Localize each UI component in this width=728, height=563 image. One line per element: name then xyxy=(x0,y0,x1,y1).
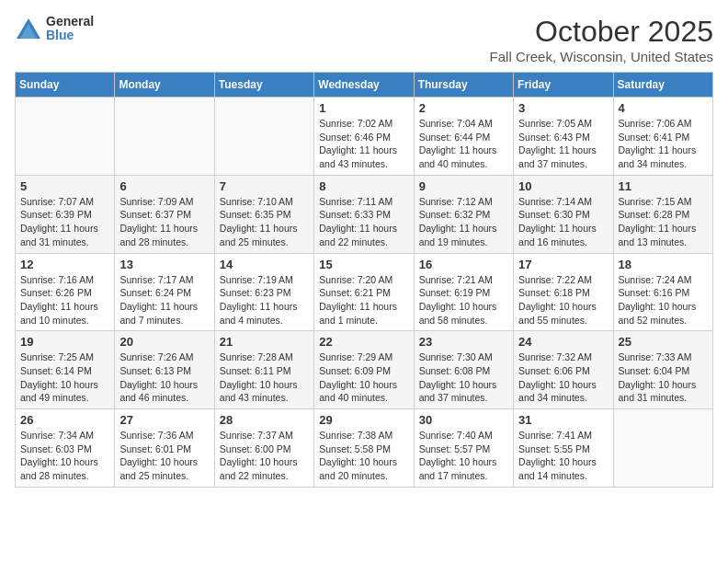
days-header: Sunday Monday Tuesday Wednesday Thursday… xyxy=(16,73,713,98)
day-number: 4 xyxy=(619,101,708,115)
day-info: Sunrise: 7:04 AM Sunset: 6:44 PM Dayligh… xyxy=(419,117,508,171)
day-cell: 24Sunrise: 7:32 AM Sunset: 6:06 PM Dayli… xyxy=(514,331,613,409)
header-wednesday: Wednesday xyxy=(314,73,414,98)
day-cell: 3Sunrise: 7:05 AM Sunset: 6:43 PM Daylig… xyxy=(514,98,613,176)
day-number: 31 xyxy=(518,413,608,427)
calendar-header: General Blue October 2025 Fall Creek, Wi… xyxy=(15,15,713,64)
day-number: 1 xyxy=(319,101,408,115)
day-info: Sunrise: 7:14 AM Sunset: 6:30 PM Dayligh… xyxy=(518,195,608,249)
day-cell: 21Sunrise: 7:28 AM Sunset: 6:11 PM Dayli… xyxy=(214,331,313,409)
day-number: 16 xyxy=(419,258,508,271)
day-number: 8 xyxy=(319,179,408,193)
day-cell: 11Sunrise: 7:15 AM Sunset: 6:28 PM Dayli… xyxy=(613,175,712,253)
logo-text: General Blue xyxy=(46,15,94,43)
day-cell: 13Sunrise: 7:17 AM Sunset: 6:24 PM Dayli… xyxy=(115,253,214,331)
day-number: 29 xyxy=(319,413,408,427)
day-number: 30 xyxy=(419,413,508,427)
day-cell: 12Sunrise: 7:16 AM Sunset: 6:26 PM Dayli… xyxy=(16,253,115,331)
title-area: October 2025 Fall Creek, Wisconsin, Unit… xyxy=(490,15,713,64)
day-info: Sunrise: 7:40 AM Sunset: 5:57 PM Dayligh… xyxy=(419,429,508,483)
day-cell: 22Sunrise: 7:29 AM Sunset: 6:09 PM Dayli… xyxy=(314,331,414,409)
day-info: Sunrise: 7:06 AM Sunset: 6:41 PM Dayligh… xyxy=(619,117,708,171)
calendar-table: Sunday Monday Tuesday Wednesday Thursday… xyxy=(15,72,713,488)
day-cell: 7Sunrise: 7:10 AM Sunset: 6:35 PM Daylig… xyxy=(214,175,313,253)
day-number: 5 xyxy=(20,179,109,193)
day-cell xyxy=(613,409,712,488)
logo: General Blue xyxy=(15,15,94,43)
day-cell: 29Sunrise: 7:38 AM Sunset: 5:58 PM Dayli… xyxy=(314,409,414,488)
calendar-title: October 2025 xyxy=(490,15,713,49)
day-cell: 23Sunrise: 7:30 AM Sunset: 6:08 PM Dayli… xyxy=(414,331,513,409)
day-number: 2 xyxy=(419,101,508,115)
day-cell: 27Sunrise: 7:36 AM Sunset: 6:01 PM Dayli… xyxy=(115,409,214,488)
header-sunday: Sunday xyxy=(16,73,115,98)
day-number: 12 xyxy=(20,258,109,271)
day-cell: 6Sunrise: 7:09 AM Sunset: 6:37 PM Daylig… xyxy=(115,175,214,253)
calendar-body: 1Sunrise: 7:02 AM Sunset: 6:46 PM Daylig… xyxy=(16,98,713,488)
day-number: 10 xyxy=(518,179,608,193)
day-info: Sunrise: 7:41 AM Sunset: 5:55 PM Dayligh… xyxy=(518,429,608,483)
day-info: Sunrise: 7:25 AM Sunset: 6:14 PM Dayligh… xyxy=(20,350,109,405)
header-saturday: Saturday xyxy=(613,73,712,98)
day-info: Sunrise: 7:34 AM Sunset: 6:03 PM Dayligh… xyxy=(20,429,109,483)
header-friday: Friday xyxy=(514,73,613,98)
day-info: Sunrise: 7:11 AM Sunset: 6:33 PM Dayligh… xyxy=(319,195,408,249)
day-info: Sunrise: 7:19 AM Sunset: 6:23 PM Dayligh… xyxy=(220,273,309,327)
calendar-header-row: Sunday Monday Tuesday Wednesday Thursday… xyxy=(16,73,713,98)
day-number: 13 xyxy=(119,258,209,271)
day-cell: 16Sunrise: 7:21 AM Sunset: 6:19 PM Dayli… xyxy=(414,253,513,331)
day-info: Sunrise: 7:15 AM Sunset: 6:28 PM Dayligh… xyxy=(619,195,708,249)
day-info: Sunrise: 7:37 AM Sunset: 6:00 PM Dayligh… xyxy=(220,429,309,483)
day-cell: 14Sunrise: 7:19 AM Sunset: 6:23 PM Dayli… xyxy=(214,253,313,331)
day-info: Sunrise: 7:24 AM Sunset: 6:16 PM Dayligh… xyxy=(619,273,708,327)
day-info: Sunrise: 7:17 AM Sunset: 6:24 PM Dayligh… xyxy=(119,273,209,327)
week-row-1: 5Sunrise: 7:07 AM Sunset: 6:39 PM Daylig… xyxy=(16,175,713,253)
day-cell: 9Sunrise: 7:12 AM Sunset: 6:32 PM Daylig… xyxy=(414,175,513,253)
day-number: 7 xyxy=(220,179,309,193)
day-info: Sunrise: 7:36 AM Sunset: 6:01 PM Dayligh… xyxy=(119,429,209,483)
header-tuesday: Tuesday xyxy=(214,73,313,98)
day-cell: 4Sunrise: 7:06 AM Sunset: 6:41 PM Daylig… xyxy=(613,98,712,176)
day-number: 9 xyxy=(419,179,508,193)
day-cell: 19Sunrise: 7:25 AM Sunset: 6:14 PM Dayli… xyxy=(16,331,115,409)
day-cell: 18Sunrise: 7:24 AM Sunset: 6:16 PM Dayli… xyxy=(613,253,712,331)
day-info: Sunrise: 7:02 AM Sunset: 6:46 PM Dayligh… xyxy=(319,117,408,171)
day-info: Sunrise: 7:22 AM Sunset: 6:18 PM Dayligh… xyxy=(518,273,608,327)
day-cell xyxy=(16,98,115,176)
day-number: 27 xyxy=(119,413,209,427)
week-row-0: 1Sunrise: 7:02 AM Sunset: 6:46 PM Daylig… xyxy=(16,98,713,176)
day-info: Sunrise: 7:21 AM Sunset: 6:19 PM Dayligh… xyxy=(419,273,508,327)
day-info: Sunrise: 7:10 AM Sunset: 6:35 PM Dayligh… xyxy=(220,195,309,249)
day-number: 28 xyxy=(220,413,309,427)
day-cell: 30Sunrise: 7:40 AM Sunset: 5:57 PM Dayli… xyxy=(414,409,513,488)
day-number: 24 xyxy=(518,335,608,349)
day-info: Sunrise: 7:32 AM Sunset: 6:06 PM Dayligh… xyxy=(518,350,608,405)
day-info: Sunrise: 7:05 AM Sunset: 6:43 PM Dayligh… xyxy=(518,117,608,171)
day-info: Sunrise: 7:09 AM Sunset: 6:37 PM Dayligh… xyxy=(119,195,209,249)
day-number: 3 xyxy=(518,101,608,115)
day-info: Sunrise: 7:16 AM Sunset: 6:26 PM Dayligh… xyxy=(20,273,109,327)
logo-general: General xyxy=(46,15,94,29)
header-monday: Monday xyxy=(115,73,214,98)
day-info: Sunrise: 7:29 AM Sunset: 6:09 PM Dayligh… xyxy=(319,350,408,405)
day-cell: 10Sunrise: 7:14 AM Sunset: 6:30 PM Dayli… xyxy=(514,175,613,253)
header-thursday: Thursday xyxy=(414,73,513,98)
calendar-subtitle: Fall Creek, Wisconsin, United States xyxy=(490,49,713,64)
day-cell: 1Sunrise: 7:02 AM Sunset: 6:46 PM Daylig… xyxy=(314,98,414,176)
week-row-2: 12Sunrise: 7:16 AM Sunset: 6:26 PM Dayli… xyxy=(16,253,713,331)
day-cell: 20Sunrise: 7:26 AM Sunset: 6:13 PM Dayli… xyxy=(115,331,214,409)
day-cell: 31Sunrise: 7:41 AM Sunset: 5:55 PM Dayli… xyxy=(514,409,613,488)
logo-blue: Blue xyxy=(46,29,94,42)
week-row-3: 19Sunrise: 7:25 AM Sunset: 6:14 PM Dayli… xyxy=(16,331,713,409)
day-cell: 2Sunrise: 7:04 AM Sunset: 6:44 PM Daylig… xyxy=(414,98,513,176)
day-info: Sunrise: 7:07 AM Sunset: 6:39 PM Dayligh… xyxy=(20,195,109,249)
day-number: 19 xyxy=(20,335,109,349)
day-number: 21 xyxy=(220,335,309,349)
day-cell: 17Sunrise: 7:22 AM Sunset: 6:18 PM Dayli… xyxy=(514,253,613,331)
day-number: 11 xyxy=(619,179,708,193)
day-cell: 25Sunrise: 7:33 AM Sunset: 6:04 PM Dayli… xyxy=(613,331,712,409)
day-number: 26 xyxy=(20,413,109,427)
day-cell xyxy=(115,98,214,176)
day-number: 18 xyxy=(619,258,708,271)
day-cell: 8Sunrise: 7:11 AM Sunset: 6:33 PM Daylig… xyxy=(314,175,414,253)
